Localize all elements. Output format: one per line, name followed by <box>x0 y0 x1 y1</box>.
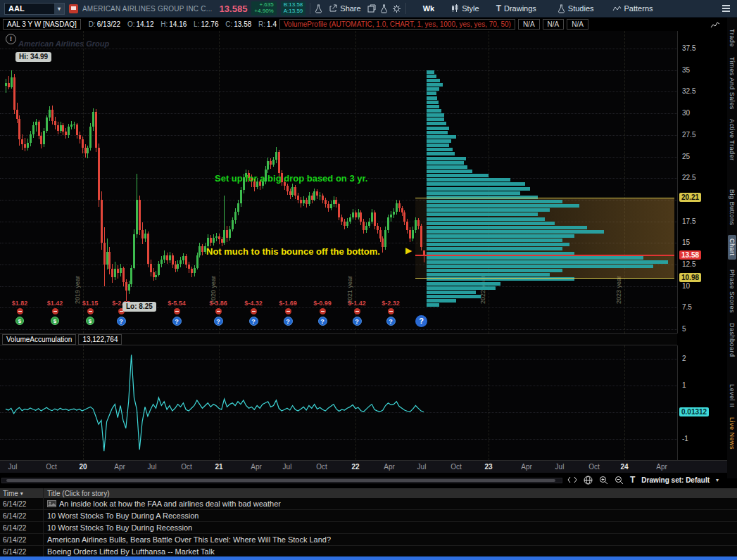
price-tick-label: 17.5 <box>682 217 695 225</box>
candle-body <box>194 268 196 273</box>
beaker-icon[interactable] <box>380 4 388 13</box>
analyze-flask-icon[interactable] <box>315 4 322 13</box>
study-plot[interactable] <box>0 345 677 460</box>
news-row[interactable]: 6/14/22 10 Worst Stocks To Buy During A … <box>0 510 737 522</box>
earnings-icon[interactable] <box>52 308 58 314</box>
symbol-input[interactable]: AAL ▾ <box>4 3 65 15</box>
question-icon[interactable]: ? <box>172 317 182 326</box>
share-button[interactable]: Share <box>327 3 363 14</box>
candle-body <box>62 125 64 132</box>
popout-icon[interactable] <box>367 4 376 13</box>
question-icon[interactable]: ? <box>249 317 258 326</box>
earnings-icon[interactable] <box>251 308 257 314</box>
question-icon[interactable]: ? <box>386 317 396 326</box>
dividend-icon[interactable]: $ <box>86 317 94 325</box>
study-name[interactable]: VolumeAccumulation <box>2 334 76 345</box>
tab-times-and-sales[interactable]: Times And Sales <box>729 57 736 110</box>
candle-body <box>40 136 42 144</box>
study-tick-label: -1 <box>682 435 688 443</box>
pan-arrows-icon[interactable] <box>567 476 577 483</box>
menu-icon[interactable] <box>722 5 733 12</box>
window-bottom-accent <box>0 556 737 560</box>
candle-body <box>305 200 308 204</box>
question-icon[interactable]: ? <box>117 317 126 326</box>
globe-icon[interactable] <box>584 476 593 485</box>
tab-level-ii[interactable]: Level II <box>729 384 736 407</box>
candle-body <box>130 268 132 284</box>
news-row[interactable]: 6/14/22 10 Worst Stocks To Buy During Re… <box>0 522 737 534</box>
question-icon[interactable]: ? <box>284 317 293 326</box>
symbol-link-icon[interactable] <box>69 4 78 13</box>
news-title-column-header[interactable]: Title (Click for story) <box>44 490 110 497</box>
question-icon[interactable]: ? <box>353 317 362 326</box>
zoom-out-icon[interactable] <box>615 476 624 485</box>
volume-profile-bar <box>427 295 481 298</box>
volume-profile-settings[interactable]: VolumeProfile (AUTOMATIC, 1.0, CHART, 1,… <box>279 19 515 30</box>
study-axis[interactable]: 210-10.01312 <box>677 345 727 460</box>
earnings-icon[interactable] <box>285 308 291 314</box>
chart-alert-icon[interactable]: ! <box>6 34 16 44</box>
price-axis[interactable]: 37.53532.53027.52522.52017.51512.5107.55… <box>677 31 727 333</box>
chevron-down-icon[interactable]: ▾ <box>716 477 719 483</box>
candle-body <box>57 125 59 131</box>
news-row[interactable]: 6/14/22 American Airlines Bulls, Bears B… <box>0 534 737 546</box>
eps-label: $1.82 <box>12 300 28 307</box>
annotation-green[interactable]: Set up for a big drop based on 3 yr. <box>215 173 367 184</box>
scrollbar-thumb[interactable] <box>6 479 555 482</box>
x-tick-label: Oct <box>176 463 197 471</box>
earnings-icon[interactable] <box>174 308 180 314</box>
timeframe-button[interactable]: Wk <box>420 4 438 13</box>
ohlc-value: 12.76 <box>201 20 218 28</box>
news-time-column-header[interactable]: Time ▾ <box>0 488 44 498</box>
candle-body <box>327 204 329 208</box>
news-row[interactable]: 6/14/22 An inside look at how the FAA an… <box>0 498 737 510</box>
style-button[interactable]: Style <box>448 3 481 14</box>
tab-big-buttons[interactable]: Big Buttons <box>729 189 736 226</box>
candle-body <box>49 110 51 117</box>
tab-trade[interactable]: Trade <box>729 29 736 47</box>
quarter-marker: $1.82$ <box>3 300 37 325</box>
tab-dashboard[interactable]: Dashboard <box>729 323 736 357</box>
earnings-icon[interactable] <box>354 308 360 314</box>
patterns-button[interactable]: Patterns <box>610 3 655 14</box>
drawings-button[interactable]: T Drawings <box>494 2 538 15</box>
question-icon[interactable]: ? <box>214 317 223 326</box>
dividend-icon[interactable]: $ <box>15 317 24 325</box>
volume-profile-bar <box>427 230 604 234</box>
earnings-icon[interactable] <box>215 308 222 314</box>
earnings-icon[interactable] <box>17 308 23 314</box>
candle-body <box>136 200 138 234</box>
drawing-set-selector[interactable]: Drawing set: Default <box>641 476 710 484</box>
question-icon[interactable]: ? <box>318 317 327 326</box>
eps-label: $-5.54 <box>168 300 186 307</box>
candle-body <box>396 203 398 212</box>
line-chart-icon[interactable] <box>710 20 720 29</box>
dividend-icon[interactable]: $ <box>51 317 59 325</box>
price-tick-label: 12.5 <box>682 260 695 268</box>
x-tick-label: Apr <box>651 463 672 471</box>
tab-live-news[interactable]: Live News <box>729 417 736 450</box>
annotation-yellow[interactable]: Not much to this bounce off the bottom. <box>206 246 380 257</box>
tab-phase-scores[interactable]: Phase Scores <box>729 269 736 313</box>
tab-active-trader[interactable]: Active Trader <box>729 119 736 161</box>
price-bubble: 20.21 <box>679 193 701 202</box>
chart-scrollbar[interactable] <box>1 478 562 483</box>
main-plot[interactable]: American Airlines Group ! Hi: 34.99 Lo: … <box>0 31 677 333</box>
ohlc-label: O: <box>127 20 135 28</box>
earnings-icon[interactable] <box>87 308 94 314</box>
candle-body <box>11 77 13 87</box>
value-area-low-line <box>415 278 674 279</box>
tab-chart[interactable]: Chart <box>728 235 736 260</box>
arrow-drawing-icon[interactable]: ▶ <box>405 246 412 255</box>
question-icon-large[interactable]: ? <box>415 315 427 327</box>
earnings-icon[interactable] <box>320 308 326 314</box>
price-change-box: +.635 +4.90% <box>251 1 276 15</box>
text-tool-icon[interactable]: T <box>630 475 635 485</box>
zoom-in-icon[interactable] <box>599 476 608 485</box>
earnings-icon[interactable] <box>388 308 394 314</box>
gear-icon[interactable] <box>392 4 401 13</box>
symbol-dropdown-icon[interactable]: ▾ <box>54 4 64 14</box>
studies-button[interactable]: Studies <box>555 3 596 15</box>
x-tick-label: Oct <box>446 463 467 471</box>
candle-body <box>215 236 218 238</box>
